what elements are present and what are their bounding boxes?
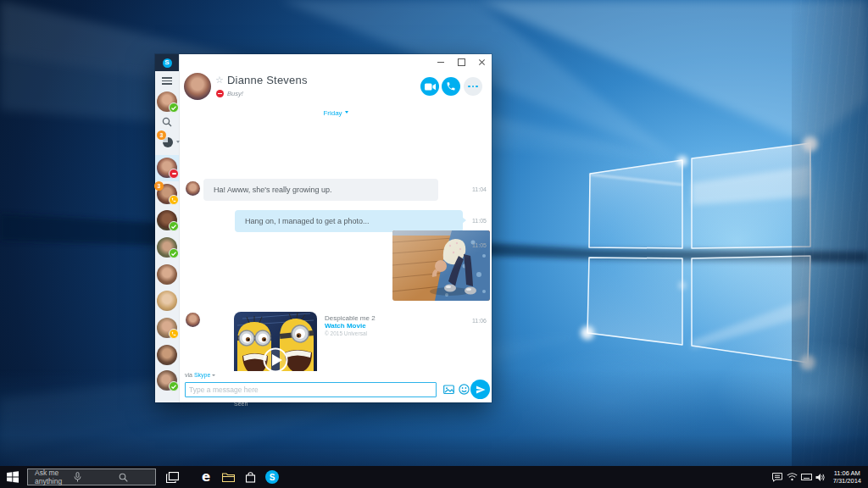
voice-call-button[interactable] [442,77,460,96]
favorite-star-icon[interactable]: ☆ [215,75,224,85]
message-avatar [186,313,200,327]
store-icon[interactable] [239,466,261,488]
clock-time: 11:06 AM [833,469,861,477]
watch-movie-link[interactable]: Watch Movie [325,322,376,330]
message-timestamp: 11:05 [472,242,487,248]
video-call-button[interactable] [420,77,439,96]
busy-indicator-icon [216,90,224,97]
video-title: Despicable me 2 [325,314,376,322]
online-status-badge [169,221,179,231]
recents-icon[interactable]: 3 [159,133,179,150]
unread-count-badge: 3 [154,181,164,191]
close-button[interactable] [471,54,492,69]
contact-mood: Busy! [227,90,243,97]
clock-date: 7/31/2014 [833,477,861,485]
desktop: S 3 3 [0,0,868,488]
menu-icon[interactable] [162,77,172,85]
skype-sidebar: S 3 3 [155,54,180,402]
close-icon [478,58,486,66]
keyboard-icon[interactable] [799,466,814,488]
message-avatar [186,181,200,196]
contact-avatar[interactable] [157,210,177,230]
emoticon-icon[interactable] [459,384,470,396]
send-button[interactable] [470,380,490,399]
message-timestamp: 11:04 [472,186,487,192]
edge-browser-icon[interactable]: e [195,466,217,488]
search-icon[interactable] [162,117,172,127]
minimize-icon [437,62,444,63]
search-icon[interactable] [119,473,151,482]
message-list: Friday Ha! Awww, she's really growing up… [180,103,492,371]
shared-photo-thumbnail[interactable] [392,230,490,301]
date-separator[interactable]: Friday [180,109,492,117]
microphone-icon[interactable] [74,472,106,482]
incoming-message-bubble: Ha! Awww, she's really growing up. [203,179,438,201]
contact-name: Dianne Stevens [227,74,308,86]
header-avatar[interactable] [184,73,211,100]
conversation-pane: ☆ Dianne Stevens Busy! Friday Ha! Awww, … [180,54,492,402]
action-center-icon[interactable] [771,466,785,488]
recents-unread-badge: 3 [157,130,166,140]
start-button[interactable] [0,466,25,488]
on-call-badge [169,329,179,339]
video-meta: Despicable me 2 Watch Movie © 2015 Unive… [325,314,376,337]
chevron-down-icon [212,374,215,376]
contact-avatar[interactable] [157,370,177,391]
search-placeholder: Ask me anything [35,469,67,485]
taskbar-search-input[interactable]: Ask me anything [27,469,156,485]
task-view-button[interactable] [161,466,183,488]
maximize-icon [458,58,465,66]
contact-avatar[interactable] [157,291,177,311]
maximize-button[interactable] [451,54,471,69]
contact-avatar[interactable] [157,318,177,338]
contact-avatar-dianne[interactable] [157,158,177,178]
file-explorer-icon[interactable] [217,466,239,488]
conversation-header: ☆ Dianne Stevens Busy! [180,71,492,104]
contact-avatar[interactable] [157,237,177,258]
contact-avatar[interactable] [157,345,177,365]
skype-taskbar-icon[interactable]: S [261,466,283,488]
sidebar-header: S [155,54,179,71]
volume-icon[interactable] [814,466,828,488]
minimize-button[interactable] [431,54,451,69]
skype-window: S 3 3 [155,54,492,402]
contact-avatar[interactable] [157,264,177,285]
online-status-badge [169,381,179,391]
network-wifi-icon[interactable] [785,466,799,488]
busy-status-badge [169,169,179,179]
online-status-badge [169,103,179,113]
message-timestamp: 11:06 [472,318,487,324]
skype-logo-icon: S [163,58,172,68]
message-input[interactable] [185,382,437,397]
chevron-down-icon [345,111,348,114]
online-status-badge [169,248,179,258]
outgoing-message-bubble: Hang on, I managed to get a photo... [235,210,463,232]
window-caption-buttons [431,54,492,71]
system-tray: 11:06 AM 7/31/2014 [771,466,868,488]
video-copyright: © 2015 Universal [325,330,376,337]
more-options-button[interactable] [464,77,482,96]
send-photo-icon[interactable] [443,384,455,396]
self-avatar[interactable] [157,92,177,112]
via-service-selector[interactable]: via Skype [185,372,215,378]
contact-avatar[interactable]: 3 [157,184,177,204]
taskbar-clock[interactable]: 11:06 AM 7/31/2014 [833,469,861,485]
message-timestamp: 11:05 [472,218,487,224]
taskbar: Ask me anything e S [0,466,868,488]
on-call-badge [169,195,179,205]
composer: via Skype [180,371,492,402]
